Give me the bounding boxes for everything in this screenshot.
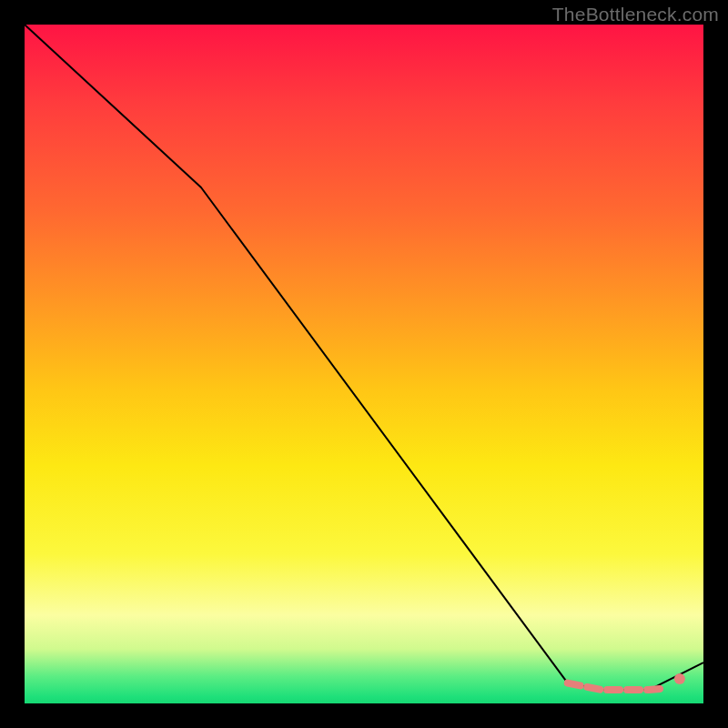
bottleneck-curve [25,25,703,690]
watermark-text: TheBottleneck.com [552,4,719,25]
highlight-segment [568,683,662,691]
chart-frame: TheBottleneck.com [0,0,728,728]
highlight-dot [674,673,685,684]
chart-overlay [25,25,703,703]
